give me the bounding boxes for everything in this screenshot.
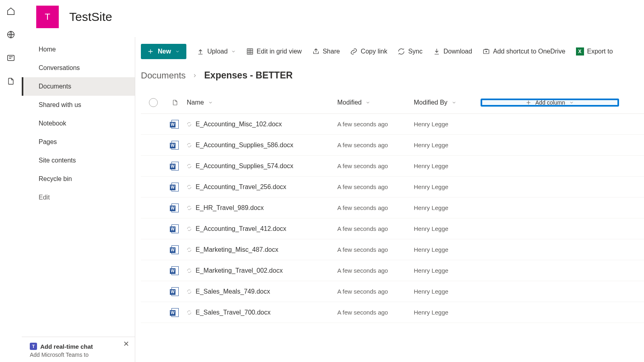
nav-item-home[interactable]: Home [22,40,135,59]
table-row[interactable]: E_Marketing_Misc_487.docxA few seconds a… [141,239,644,260]
table-row[interactable]: E_Accounting_Supplies_586.docxA few seco… [141,135,644,156]
home-icon[interactable] [6,6,16,16]
file-name: E_Marketing_Misc_487.docx [196,246,278,253]
col-header-modified[interactable]: Modified [337,99,370,106]
table-row[interactable]: E_Sales_Meals_749.docxA few seconds agoH… [141,281,644,302]
breadcrumb-root[interactable]: Documents [141,70,186,81]
new-button[interactable]: New [141,44,186,59]
site-header: T TestSite [36,6,112,28]
chevron-down-icon [569,100,574,105]
plus-icon [526,100,531,105]
word-doc-icon [171,245,179,254]
nav-item-pages[interactable]: Pages [22,133,135,151]
sync-indicator-icon [187,185,192,189]
file-modified-by: Henry Legge [414,288,482,295]
upload-button[interactable]: Upload [197,48,236,55]
sync-indicator-icon [187,143,192,148]
app-rail [0,0,22,362]
teams-chat-card: ✕ Add real-time chat Add Microsoft Teams… [22,337,135,362]
add-column-label: Add column [535,99,565,106]
file-modified: A few seconds ago [337,225,414,232]
table-row[interactable]: E_HR_Travel_989.docxA few seconds agoHen… [141,197,644,218]
sync-indicator-icon [187,122,192,127]
svg-rect-2 [247,49,253,54]
nav-item-notebook[interactable]: Notebook [22,114,135,133]
file-name: E_HR_Travel_989.docx [196,204,264,212]
close-icon[interactable]: ✕ [123,339,129,348]
nav-item-shared-with-us[interactable]: Shared with us [22,96,135,114]
sync-indicator-icon [187,206,192,210]
shortcut-button[interactable]: Add shortcut to OneDrive [483,48,566,55]
breadcrumb: Documents Expenses - BETTER [141,70,644,81]
file-modified-by: Henry Legge [414,246,482,253]
file-modified: A few seconds ago [337,142,414,148]
nav-item-documents[interactable]: Documents [22,77,135,96]
col-modified-label: Modified [337,99,361,106]
left-nav: HomeConversationsDocumentsShared with us… [22,37,135,362]
file-modified-by: Henry Legge [414,121,482,128]
share-label: Share [323,48,340,55]
sync-indicator-icon [187,164,192,169]
add-column-button[interactable]: Add column [481,99,619,107]
col-header-modified-by[interactable]: Modified By [414,99,456,106]
file-name: E_Accounting_Supplies_574.docx [196,162,293,170]
table-row[interactable]: E_Accounting_Supplies_574.docxA few seco… [141,156,644,177]
copy-link-label: Copy link [361,48,387,55]
edit-grid-button[interactable]: Edit in grid view [246,48,302,55]
download-label: Download [444,48,472,55]
sync-indicator-icon [187,289,192,294]
file-modified-by: Henry Legge [414,225,482,232]
table-row[interactable]: E_Accounting_Travel_256.docxA few second… [141,177,644,197]
table-row[interactable]: E_Marketing_Travel_002.docxA few seconds… [141,260,644,281]
table-row[interactable]: E_Sales_Travel_700.docxA few seconds ago… [141,302,644,323]
breadcrumb-leaf: Expenses - BETTER [204,70,293,81]
file-type-icon [172,99,178,107]
nav-item-conversations[interactable]: Conversations [22,59,135,77]
file-name: E_Sales_Meals_749.docx [196,288,270,295]
select-all-toggle[interactable] [149,98,158,107]
sync-indicator-icon [187,268,192,273]
column-headers: Name Modified Modified By Add [141,91,644,114]
document-list: Name Modified Modified By Add [141,91,644,323]
nav-item-recycle-bin[interactable]: Recycle bin [22,170,135,188]
upload-label: Upload [207,48,228,55]
site-logo[interactable]: T [36,6,59,28]
copy-link-button[interactable]: Copy link [350,48,387,55]
export-label: Export to [587,48,613,55]
table-row[interactable]: E_Accounting_Travel_412.docxA few second… [141,218,644,239]
col-modifiedby-label: Modified By [414,99,448,106]
file-name: E_Sales_Travel_700.docx [196,309,270,316]
teams-card-desc: Add Microsoft Teams to [30,352,127,358]
export-button[interactable]: Export to [576,47,613,56]
download-button[interactable]: Download [433,48,472,55]
file-name: E_Accounting_Misc_102.docx [196,121,282,128]
file-name: E_Accounting_Travel_256.docx [196,183,286,191]
word-doc-icon [171,224,179,233]
file-modified-by: Henry Legge [414,204,482,211]
news-icon[interactable] [6,53,16,63]
file-name: E_Accounting_Travel_412.docx [196,225,286,232]
word-doc-icon [171,141,179,150]
share-button[interactable]: Share [312,48,340,55]
file-modified: A few seconds ago [337,267,414,274]
excel-icon [576,47,584,56]
svg-rect-1 [8,56,14,61]
file-modified: A few seconds ago [337,162,414,169]
sync-indicator-icon [187,226,192,231]
file-modified: A few seconds ago [337,204,414,211]
table-row[interactable]: E_Accounting_Misc_102.docxA few seconds … [141,114,644,135]
globe-icon[interactable] [6,30,16,39]
nav-item-site-contents[interactable]: Site contents [22,151,135,170]
main-content: New Upload Edit in grid view Share Copy … [135,37,644,362]
file-modified: A few seconds ago [337,121,414,128]
file-modified-by: Henry Legge [414,142,482,148]
file-icon[interactable] [6,76,16,86]
nav-edit[interactable]: Edit [22,188,135,207]
teams-icon [30,343,37,350]
file-name: E_Marketing_Travel_002.docx [196,267,283,274]
col-header-name[interactable]: Name [187,99,213,106]
word-doc-icon [171,162,179,171]
sync-button[interactable]: Sync [398,48,423,55]
site-title[interactable]: TestSite [69,10,112,24]
file-modified: A few seconds ago [337,183,414,190]
